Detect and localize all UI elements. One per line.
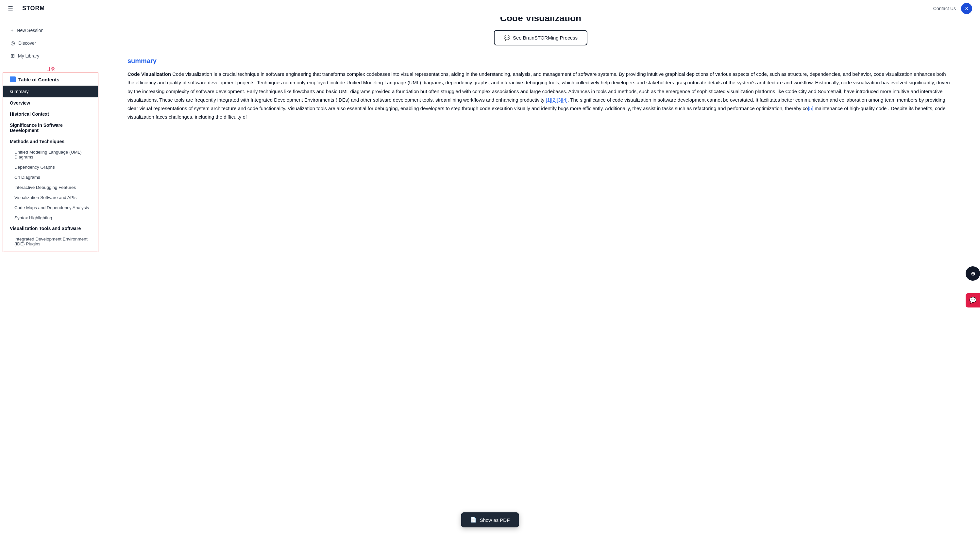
discover-label: Discover: [18, 41, 36, 46]
toc-item-summary[interactable]: summary: [3, 86, 98, 97]
toc-icon: [10, 76, 16, 82]
toc-item-dependency-graphs[interactable]: Dependency Graphs: [3, 162, 98, 172]
brainstorm-label: See BrainSTORMing Process: [513, 35, 578, 41]
nav-right: Contact Us X: [933, 3, 972, 14]
toc-header-label: Table of Contents: [18, 77, 59, 82]
content-paragraph: Code Visualization Code visualization is…: [127, 70, 954, 122]
app-title: STORM: [22, 5, 45, 12]
plus-icon: +: [10, 27, 13, 33]
ref-link-5[interactable]: [5]: [808, 105, 813, 111]
library-icon: ⊞: [10, 52, 15, 59]
toc-item-visualization-tools[interactable]: Visualization Tools and Software: [3, 223, 98, 234]
avatar[interactable]: X: [961, 3, 972, 14]
toc-item-overview[interactable]: Overview: [3, 97, 98, 108]
hamburger-icon[interactable]: ☰: [8, 5, 13, 12]
sidebar-actions: + New Session ◎ Discover ⊞ My Library: [0, 20, 101, 64]
pdf-label: Show as PDF: [480, 517, 510, 523]
chat-icon: 💬: [969, 297, 977, 304]
section-title: summary: [127, 57, 954, 65]
top-nav: ☰ STORM Contact Us X: [0, 0, 980, 17]
new-session-label: New Session: [17, 28, 43, 33]
toc-item-c4-diagrams[interactable]: C4 Diagrams: [3, 172, 98, 182]
content-bold: Code Visualization: [127, 71, 171, 77]
content-text-3: maintenance of high-quality code: [813, 105, 888, 111]
toc-item-ide-plugins[interactable]: Integrated Development Environment (IDE)…: [3, 234, 98, 249]
right-float-button-2[interactable]: 💬: [966, 293, 980, 307]
toc-label: 目录: [0, 64, 101, 73]
right-float-button-1[interactable]: ⊕: [966, 266, 980, 281]
toc-item-syntax-highlighting[interactable]: Syntax Highlighting: [3, 213, 98, 223]
main-content: Code Visualization 💬 See BrainSTORMing P…: [101, 0, 980, 547]
brainstorm-icon: 💬: [504, 35, 510, 41]
my-library-button[interactable]: ⊞ My Library: [6, 50, 94, 61]
pdf-icon: 📄: [470, 517, 477, 523]
ref-link-1234[interactable]: [1][2][3][4]: [546, 97, 568, 103]
brainstorm-button[interactable]: 💬 See BrainSTORMing Process: [494, 30, 587, 45]
toc-body: summary Overview Historical Context Sign…: [3, 86, 99, 252]
contact-us-link[interactable]: Contact Us: [933, 6, 956, 11]
toc-item-methods[interactable]: Methods and Techniques: [3, 136, 98, 147]
k-icon: ⊕: [971, 270, 975, 277]
nav-left: ☰ STORM: [8, 5, 45, 12]
toc-header: Table of Contents: [3, 73, 99, 86]
toc-item-code-maps[interactable]: Code Maps and Dependency Analysis: [3, 203, 98, 213]
sidebar-inner: + New Session ◎ Discover ⊞ My Library 目录…: [0, 17, 101, 260]
show-as-pdf-button[interactable]: 📄 Show as PDF: [461, 512, 519, 527]
new-session-button[interactable]: + New Session: [6, 25, 94, 36]
toc-item-uml[interactable]: Unified Modeling Language (UML) Diagrams: [3, 147, 98, 162]
discover-button[interactable]: ◎ Discover: [6, 37, 94, 49]
toc-item-visualization-software[interactable]: Visualization Software and APIs: [3, 192, 98, 203]
toc-item-interactive-debugging[interactable]: Interactive Debugging Features: [3, 182, 98, 192]
my-library-label: My Library: [18, 53, 39, 59]
sidebar: + New Session ◎ Discover ⊞ My Library 目录…: [0, 17, 101, 547]
toc-item-historical-context[interactable]: Historical Context: [3, 108, 98, 119]
toc-item-significance[interactable]: Significance in Software Development: [3, 119, 98, 136]
discover-icon: ◎: [10, 40, 15, 46]
